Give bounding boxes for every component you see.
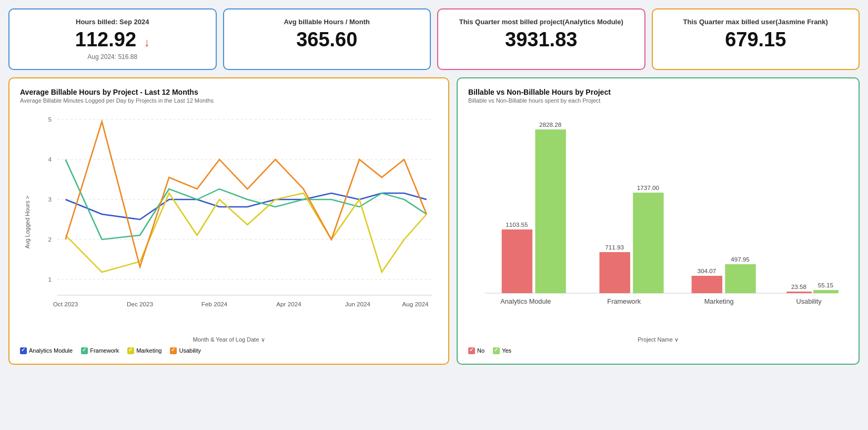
svg-text:304.07: 304.07 xyxy=(698,268,716,274)
top-cards-row: Hours billed: Sep 2024 112.92 ↓ Aug 2024… xyxy=(8,8,860,70)
legend-analytics: Analytics Module xyxy=(20,347,73,354)
legend-no-label: No xyxy=(477,347,485,354)
svg-text:1: 1 xyxy=(48,276,52,283)
card-avg-billable-value: 365.60 xyxy=(235,29,420,51)
line-chart-legend: Analytics Module Framework Marketing Usa… xyxy=(20,347,438,354)
line-chart-box: Average Billable Hours by Project - Last… xyxy=(8,77,449,365)
line-chart-subtitle: Average Billable Minutes Logged per Day … xyxy=(20,97,438,104)
bar-usability-yes xyxy=(813,290,839,293)
legend-marketing: Marketing xyxy=(127,347,162,354)
svg-text:Aug 2024: Aug 2024 xyxy=(402,301,429,307)
svg-text:Dec 2023: Dec 2023 xyxy=(127,301,153,307)
svg-text:497.95: 497.95 xyxy=(731,256,750,263)
card-quarter-project-value: 3931.83 xyxy=(449,29,634,51)
svg-text:2: 2 xyxy=(48,236,52,243)
svg-text:711.93: 711.93 xyxy=(605,244,624,251)
charts-row: Average Billable Hours by Project - Last… xyxy=(8,77,860,365)
card-quarter-project-label: This Quarter most billed project(Analyti… xyxy=(449,18,634,26)
bar-marketing-no xyxy=(692,276,722,293)
card-hours-billed: Hours billed: Sep 2024 112.92 ↓ Aug 2024… xyxy=(8,8,217,70)
legend-usability-check xyxy=(170,347,177,354)
svg-text:55.15: 55.15 xyxy=(818,282,833,288)
svg-text:1737.00: 1737.00 xyxy=(637,185,659,191)
bar-usability-no xyxy=(786,292,812,293)
y-axis-label: Avg Logged Hours > xyxy=(24,196,31,248)
x-axis-label: Month & Year of Log Date ∨ xyxy=(20,336,438,343)
svg-text:5: 5 xyxy=(48,116,52,123)
legend-no-check xyxy=(468,347,475,354)
legend-marketing-label: Marketing xyxy=(136,347,162,354)
legend-framework: Framework xyxy=(81,347,119,354)
svg-text:Feb 2024: Feb 2024 xyxy=(201,301,227,307)
svg-text:Oct 2023: Oct 2023 xyxy=(53,301,78,307)
legend-analytics-check xyxy=(20,347,27,354)
bar-chart-subtitle: Billable vs Non-Billable hours spent by … xyxy=(468,97,848,104)
line-chart-svg: 5 4 3 2 1 Oct 2023 Dec 2023 Feb 2024 Apr… xyxy=(35,109,438,314)
card-hours-billed-sub: Aug 2024: 516.88 xyxy=(20,53,205,61)
legend-yes-check xyxy=(493,347,500,354)
svg-text:Usability: Usability xyxy=(796,298,822,305)
bar-analytics-yes xyxy=(535,129,566,293)
down-arrow-icon: ↓ xyxy=(144,36,150,49)
legend-yes-label: Yes xyxy=(502,347,511,354)
bar-chart-title: Billable vs Non-Billable Hours by Projec… xyxy=(468,88,848,96)
svg-text:2828.28: 2828.28 xyxy=(539,122,561,128)
svg-text:23.58: 23.58 xyxy=(791,284,806,290)
card-quarter-user: This Quarter max billed user(Jasmine Fra… xyxy=(652,8,860,70)
legend-usability: Usability xyxy=(170,347,201,354)
card-hours-billed-label: Hours billed: Sep 2024 xyxy=(20,18,205,26)
svg-text:Analytics Module: Analytics Module xyxy=(500,298,551,305)
bar-analytics-no xyxy=(502,229,532,293)
legend-usability-label: Usability xyxy=(179,347,201,354)
svg-text:3: 3 xyxy=(48,196,52,203)
bar-chart-box: Billable vs Non-Billable Hours by Projec… xyxy=(457,77,860,365)
legend-framework-check xyxy=(81,347,88,354)
legend-yes: Yes xyxy=(493,347,511,354)
bar-marketing-yes xyxy=(725,264,755,293)
legend-marketing-check xyxy=(127,347,134,354)
bar-chart-svg: 1103.55 2828.28 711.93 1737.00 304.07 49… xyxy=(468,109,848,325)
legend-no: No xyxy=(468,347,485,354)
svg-text:Apr 2024: Apr 2024 xyxy=(276,301,301,307)
card-quarter-user-label: This Quarter max billed user(Jasmine Fra… xyxy=(663,18,849,26)
line-chart-title: Average Billable Hours by Project - Last… xyxy=(20,88,438,96)
bar-framework-no xyxy=(600,252,630,293)
card-hours-billed-value: 112.92 ↓ xyxy=(20,29,205,51)
svg-text:4: 4 xyxy=(48,156,52,163)
svg-text:Marketing: Marketing xyxy=(704,298,734,305)
svg-text:Jun 2024: Jun 2024 xyxy=(345,301,370,307)
legend-framework-label: Framework xyxy=(90,347,119,354)
card-avg-billable: Avg billable Hours / Month 365.60 xyxy=(223,8,431,70)
card-quarter-project: This Quarter most billed project(Analyti… xyxy=(437,8,645,70)
legend-analytics-label: Analytics Module xyxy=(29,347,73,354)
svg-text:Framework: Framework xyxy=(607,298,641,305)
svg-text:1103.55: 1103.55 xyxy=(506,222,528,228)
card-avg-billable-label: Avg billable Hours / Month xyxy=(235,18,420,26)
bar-framework-yes xyxy=(633,193,663,293)
bar-x-axis-label: Project Name ∨ xyxy=(468,336,848,343)
bar-chart-legend: No Yes xyxy=(468,347,848,354)
card-quarter-user-value: 679.15 xyxy=(663,29,849,51)
